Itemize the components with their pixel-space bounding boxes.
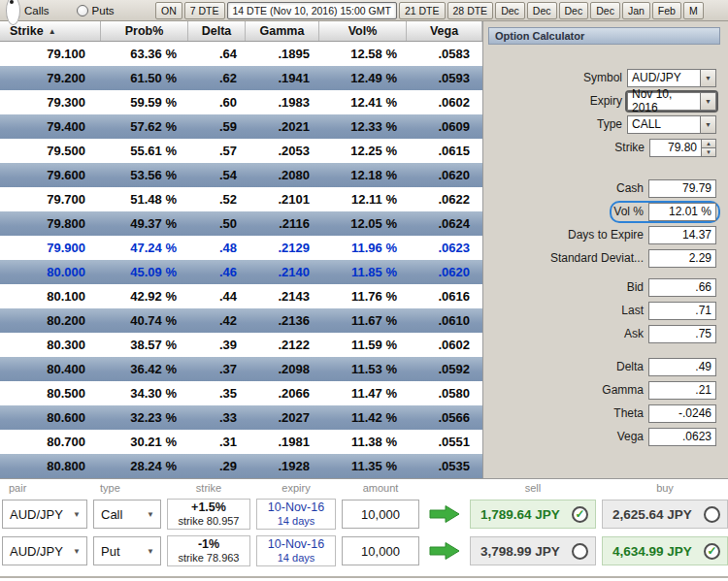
buy-toggle[interactable] bbox=[704, 543, 720, 560]
option-chain-row[interactable]: 80.100 42.92 % .44 .2143 11.76 % .0616 bbox=[0, 284, 482, 308]
column-label: Prob% bbox=[125, 24, 164, 38]
strike-stepper[interactable]: ▲▼ bbox=[702, 139, 716, 157]
calc-field-value[interactable]: .49 bbox=[648, 358, 716, 376]
calc-field-value[interactable]: .21 bbox=[648, 381, 716, 400]
column-header-delta[interactable]: Delta bbox=[188, 21, 246, 41]
calc-field-label: Vol % bbox=[613, 205, 644, 218]
option-chain-row[interactable]: 79.800 49.37 % .50 .2116 12.05 % .0624 bbox=[0, 211, 482, 236]
expiry-selector[interactable]: 10-Nov-16 14 days bbox=[256, 535, 336, 566]
option-chain-row[interactable]: 80.800 28.24 % .29 .1928 11.35 % .0535 bbox=[0, 454, 482, 478]
strike-percent: -1% bbox=[198, 537, 219, 551]
calc-field-value[interactable]: .0623 bbox=[648, 428, 716, 446]
dte-button[interactable]: Feb bbox=[652, 2, 681, 19]
option-chain-row[interactable]: 80.500 34.30 % .35 .2066 11.47 % .0580 bbox=[0, 381, 482, 405]
type-select[interactable]: Call ▼ bbox=[93, 500, 161, 529]
buy-price-cell[interactable]: 4,634.99 JPY bbox=[602, 536, 728, 565]
dte-button[interactable]: Jan bbox=[622, 2, 650, 19]
option-chain-row[interactable]: 80.600 32.23 % .33 .2027 11.42 % .0566 bbox=[0, 405, 482, 430]
dte-button[interactable]: Dec bbox=[495, 2, 525, 19]
strike-selector[interactable]: +1.5% strike 80.957 bbox=[167, 499, 250, 530]
column-header-gamma[interactable]: Gamma bbox=[246, 21, 319, 41]
option-chain-row[interactable]: 79.400 57.62 % .59 .2021 12.33 % .0609 bbox=[0, 114, 482, 139]
sell-toggle[interactable] bbox=[572, 506, 588, 523]
expiry-date: 10-Nov-16 bbox=[268, 537, 324, 551]
buy-price-cell[interactable]: 2,625.64 JPY bbox=[602, 500, 728, 529]
strike-selector[interactable]: -1% strike 78.963 bbox=[167, 535, 250, 566]
cell-vol: 11.67 % bbox=[319, 313, 407, 328]
column-header-prob[interactable]: Prob% bbox=[101, 21, 188, 41]
dte-button[interactable]: 21 DTE bbox=[399, 2, 446, 19]
calc-field-value[interactable]: Nov 10, 2016 bbox=[627, 92, 701, 111]
pair-select[interactable]: AUD/JPY ▼ bbox=[2, 536, 87, 565]
sell-price-cell[interactable]: 3,798.99 JPY bbox=[470, 536, 596, 565]
calc-field-value[interactable]: 12.01 % bbox=[648, 203, 716, 221]
cell-delta: .33 bbox=[188, 410, 246, 425]
dte-button[interactable]: Dec bbox=[527, 2, 557, 19]
dte-button[interactable]: 14 DTE (Nov 10, 2016) 15:00 GMT bbox=[227, 2, 397, 19]
option-chain-row[interactable]: 80.700 30.21 % .31 .1981 11.38 % .0551 bbox=[0, 430, 482, 454]
dte-button[interactable]: 7 DTE bbox=[184, 2, 225, 19]
sell-toggle[interactable] bbox=[572, 543, 588, 560]
option-chain-row[interactable]: 80.300 38.57 % .39 .2122 11.59 % .0602 bbox=[0, 333, 482, 357]
option-chain-row[interactable]: 80.400 36.42 % .37 .2098 11.53 % .0592 bbox=[0, 357, 482, 381]
calc-field-value[interactable]: 2.29 bbox=[648, 249, 716, 268]
cell-prob: 40.74 % bbox=[101, 313, 188, 328]
calc-field-control: 2.29 bbox=[648, 249, 716, 268]
column-header-vol[interactable]: Vol% bbox=[319, 21, 407, 41]
calc-field-value[interactable]: .75 bbox=[648, 325, 716, 343]
buy-toggle[interactable] bbox=[704, 506, 720, 523]
strike-value: strike 80.957 bbox=[179, 515, 240, 528]
type-select[interactable]: Put ▼ bbox=[93, 536, 161, 565]
chevron-down-icon[interactable]: ▼ bbox=[701, 92, 716, 111]
expiry-selector[interactable]: 10-Nov-16 14 days bbox=[256, 499, 336, 530]
calc-field-value[interactable]: .66 bbox=[648, 278, 716, 297]
cell-prob: 53.56 % bbox=[101, 168, 188, 182]
option-chain-row[interactable]: 79.500 55.61 % .57 .2053 12.25 % .0615 bbox=[0, 139, 482, 163]
sell-price-cell[interactable]: 1,789.64 JPY bbox=[470, 500, 596, 529]
cell-vol: 11.96 % bbox=[319, 241, 407, 255]
sell-price: 3,798.99 JPY bbox=[480, 544, 560, 559]
calc-field-value[interactable]: 14.37 bbox=[648, 226, 716, 244]
dte-button[interactable]: M bbox=[683, 2, 704, 19]
chevron-down-icon[interactable]: ▼ bbox=[701, 69, 716, 87]
type-value: Put bbox=[101, 544, 120, 559]
calc-field-control: 12.01 % bbox=[648, 203, 716, 221]
amount-input[interactable]: 10,000 bbox=[342, 500, 419, 529]
option-chain-row[interactable]: 80.200 40.74 % .42 .2136 11.67 % .0610 bbox=[0, 308, 482, 333]
cell-delta: .31 bbox=[188, 435, 246, 449]
option-chain-row[interactable]: 79.300 59.59 % .60 .1983 12.41 % .0602 bbox=[0, 90, 482, 114]
cell-gamma: .2122 bbox=[246, 338, 319, 352]
option-chain-row[interactable]: 80.000 45.09 % .46 .2140 11.85 % .0620 bbox=[0, 260, 482, 284]
cell-strike: 80.100 bbox=[0, 289, 101, 304]
chevron-down-icon[interactable]: ▼ bbox=[701, 115, 716, 134]
option-chain-row[interactable]: 79.600 53.56 % .54 .2080 12.18 % .0620 bbox=[0, 163, 482, 187]
calc-field-value[interactable]: -.0246 bbox=[648, 404, 716, 423]
amount-input[interactable]: 10,000 bbox=[342, 536, 419, 565]
calc-field-value[interactable]: AUD/JPY bbox=[627, 69, 701, 87]
option-chain-row[interactable]: 79.100 63.36 % .64 .1895 12.58 % .0583 bbox=[0, 42, 482, 66]
calc-field-value[interactable]: CALL bbox=[627, 115, 701, 134]
expiry-button-strip: ON 7 DTE 14 DTE (Nov 10, 2016) 15:00 GMT… bbox=[155, 2, 728, 19]
dte-button[interactable]: Dec bbox=[590, 2, 620, 19]
option-chain-row[interactable]: 79.200 61.50 % .62 .1941 12.49 % .0593 bbox=[0, 66, 482, 90]
calc-field-value[interactable]: 79.79 bbox=[648, 179, 716, 198]
cell-delta: .52 bbox=[188, 192, 246, 207]
spin-down-icon[interactable]: ▼ bbox=[702, 148, 716, 157]
dte-button[interactable]: ON bbox=[155, 2, 182, 19]
option-chain-row[interactable]: 79.900 47.24 % .48 .2129 11.96 % .0623 bbox=[0, 236, 482, 260]
dte-button[interactable]: 28 DTE bbox=[447, 2, 494, 19]
cell-gamma: .2080 bbox=[246, 168, 319, 182]
calc-field-value[interactable]: 79.80 bbox=[649, 139, 702, 157]
pair-select[interactable]: AUD/JPY ▼ bbox=[2, 500, 87, 529]
calc-field-value[interactable]: .71 bbox=[648, 302, 716, 320]
puts-radio-label: Puts bbox=[92, 5, 115, 16]
dte-button[interactable]: Dec bbox=[559, 2, 589, 19]
spin-up-icon[interactable]: ▲ bbox=[702, 139, 716, 148]
expiry-days: 14 days bbox=[278, 552, 315, 565]
option-chain-row[interactable]: 79.700 51.48 % .52 .2101 12.11 % .0622 bbox=[0, 187, 482, 211]
column-header-vega[interactable]: Vega bbox=[407, 21, 482, 41]
puts-radio[interactable]: Puts bbox=[77, 5, 115, 16]
cell-vega: .0566 bbox=[407, 410, 482, 425]
strike-value: strike 78.963 bbox=[179, 552, 240, 565]
cell-vol: 11.35 % bbox=[319, 459, 407, 473]
